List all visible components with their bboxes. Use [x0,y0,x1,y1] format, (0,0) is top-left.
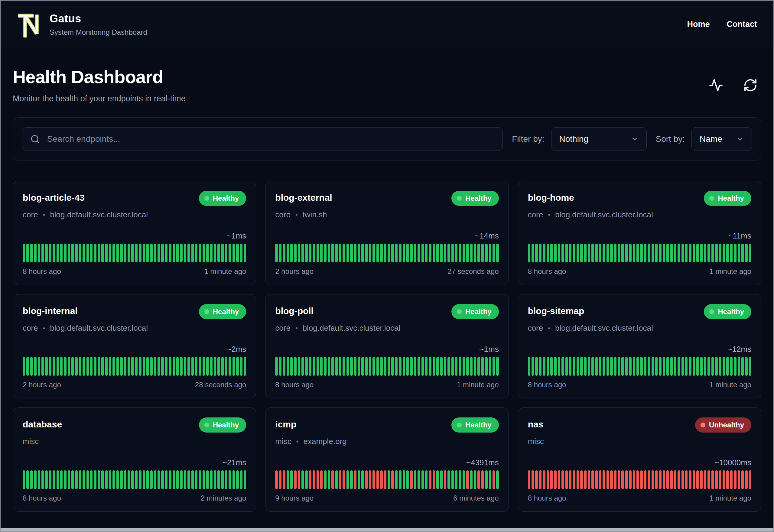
uptime-bar[interactable] [49,357,51,376]
uptime-bar[interactable] [320,357,323,376]
uptime-bar[interactable] [685,357,688,376]
uptime-bar[interactable] [666,470,669,489]
uptime-bar[interactable] [203,470,205,489]
uptime-bar[interactable] [350,244,353,262]
uptime-bar[interactable] [539,357,541,376]
uptime-bar[interactable] [485,357,487,376]
uptime-bar[interactable] [23,357,25,376]
uptime-bar[interactable] [640,244,642,262]
uptime-bar[interactable] [399,244,401,262]
uptime-bar[interactable] [444,470,446,489]
uptime-bar[interactable] [143,470,145,489]
uptime-bar[interactable] [60,357,63,376]
uptime-bar[interactable] [410,470,412,489]
endpoint-card[interactable]: blog-external Healthy core • twin.sh ~14… [265,181,509,285]
uptime-bar[interactable] [346,244,349,262]
uptime-bar[interactable] [607,357,609,376]
uptime-bar[interactable] [730,357,733,376]
uptime-bar[interactable] [477,357,480,376]
endpoint-card[interactable]: blog-home Healthy core • blog.default.sv… [518,181,761,285]
uptime-bar[interactable] [214,470,216,489]
uptime-bar[interactable] [221,357,224,376]
uptime-bar[interactable] [75,244,77,262]
uptime-bar[interactable] [203,357,205,376]
uptime-bar[interactable] [644,470,646,489]
uptime-bar[interactable] [554,470,556,489]
uptime-bar[interactable] [573,357,575,376]
uptime-bar[interactable] [343,244,345,262]
uptime-bar[interactable] [236,357,239,376]
uptime-bar[interactable] [496,357,499,376]
uptime-bar[interactable] [191,244,194,262]
uptime-bar[interactable] [561,470,564,489]
uptime-bar[interactable] [369,244,371,262]
uptime-bar[interactable] [528,357,530,376]
uptime-bar[interactable] [621,357,624,376]
uptime-bar[interactable] [659,244,661,262]
uptime-bar[interactable] [719,357,721,376]
uptime-bar[interactable] [165,470,167,489]
uptime-bar[interactable] [240,470,242,489]
uptime-bar[interactable] [191,357,194,376]
uptime-bar[interactable] [376,470,379,489]
uptime-bar[interactable] [403,357,405,376]
uptime-bar[interactable] [481,357,484,376]
uptime-bar[interactable] [331,470,334,489]
uptime-bar[interactable] [659,357,661,376]
uptime-bar[interactable] [429,244,431,262]
uptime-bar[interactable] [161,470,164,489]
uptime-bar[interactable] [317,357,319,376]
uptime-bar[interactable] [421,470,424,489]
uptime-bar[interactable] [34,470,36,489]
uptime-bar[interactable] [112,244,115,262]
uptime-bar[interactable] [391,244,394,262]
uptime-bar[interactable] [685,244,688,262]
uptime-bar[interactable] [429,357,431,376]
uptime-bar[interactable] [734,470,736,489]
uptime-bar[interactable] [614,470,616,489]
uptime-bar[interactable] [173,470,175,489]
uptime-bar[interactable] [199,357,201,376]
uptime-bar[interactable] [655,357,658,376]
uptime-bar[interactable] [547,357,549,376]
uptime-bar[interactable] [591,470,594,489]
uptime-bar[interactable] [240,357,242,376]
uptime-bar[interactable] [199,470,201,489]
uptime-bar[interactable] [577,357,579,376]
uptime-bar[interactable] [580,357,583,376]
uptime-bar[interactable] [481,470,484,489]
uptime-bar[interactable] [176,244,179,262]
uptime-bar[interactable] [406,357,409,376]
uptime-bar[interactable] [165,244,167,262]
uptime-bar[interactable] [150,470,152,489]
uptime-bar[interactable] [666,357,669,376]
uptime-bar[interactable] [98,357,100,376]
uptime-bar[interactable] [49,470,51,489]
uptime-bar[interactable] [176,470,179,489]
uptime-bar[interactable] [90,357,93,376]
uptime-bar[interactable] [195,357,197,376]
uptime-bar[interactable] [210,357,213,376]
uptime-bar[interactable] [636,470,639,489]
filter-select[interactable]: Nothing [551,127,647,151]
uptime-bar[interactable] [143,244,145,262]
uptime-bar[interactable] [298,244,300,262]
uptime-bar[interactable] [372,244,375,262]
uptime-bar[interactable] [485,244,487,262]
uptime-bar[interactable] [83,470,85,489]
uptime-bar[interactable] [221,470,224,489]
uptime-bar[interactable] [94,470,96,489]
uptime-bar[interactable] [324,470,326,489]
uptime-bar[interactable] [734,357,736,376]
uptime-bar[interactable] [674,357,676,376]
uptime-bar[interactable] [165,357,167,376]
uptime-bar[interactable] [391,357,394,376]
uptime-bar[interactable] [120,357,122,376]
uptime-bar[interactable] [298,470,300,489]
uptime-bar[interactable] [723,470,725,489]
uptime-bar[interactable] [305,357,307,376]
uptime-bar[interactable] [451,470,454,489]
uptime-bar[interactable] [607,470,609,489]
sort-select[interactable]: Name [691,127,752,151]
uptime-bar[interactable] [158,357,160,376]
